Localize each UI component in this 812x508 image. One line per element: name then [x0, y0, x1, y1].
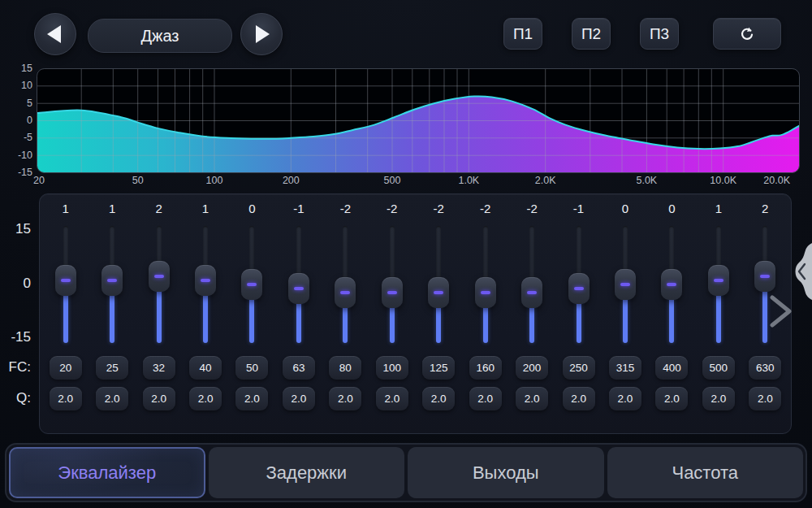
- band-slider-thumb[interactable]: [568, 273, 590, 304]
- band-slider[interactable]: [475, 224, 496, 345]
- band-slider[interactable]: [428, 224, 449, 345]
- preset-next-button[interactable]: [240, 13, 283, 55]
- band-q-button[interactable]: 2.0: [235, 387, 268, 410]
- band-slider[interactable]: [55, 224, 76, 345]
- band-slider-thumb[interactable]: [335, 277, 356, 308]
- reset-button[interactable]: [713, 18, 781, 50]
- band-fc-button[interactable]: 315: [609, 356, 641, 380]
- eq-band: 0 315 2.0: [602, 201, 648, 433]
- preset-slot-1-button[interactable]: П1: [503, 18, 542, 50]
- left-triangle-icon: [47, 25, 61, 43]
- preset-slot-3-button[interactable]: П3: [640, 18, 679, 50]
- band-slider-thumb[interactable]: [754, 261, 775, 292]
- band-slider[interactable]: [615, 224, 636, 345]
- band-gain-value: 0: [668, 201, 675, 217]
- band-q-button[interactable]: 2.0: [702, 387, 735, 410]
- tab-частота[interactable]: Частота: [607, 447, 804, 498]
- band-fc-button[interactable]: 200: [516, 356, 548, 380]
- band-q-button[interactable]: 2.0: [655, 387, 688, 410]
- band-fc-button[interactable]: 400: [655, 356, 688, 380]
- eq-band: 2 32 2.0: [136, 201, 182, 433]
- band-gain-value: 2: [155, 201, 162, 217]
- bottom-tab-bar: ЭквалайзерЗадержкиВыходыЧастота: [5, 443, 807, 502]
- band-slider-thumb[interactable]: [428, 277, 449, 308]
- band-gain-value: -1: [293, 201, 304, 217]
- band-slider[interactable]: [661, 224, 682, 345]
- tab-выходы[interactable]: Выходы: [408, 447, 604, 498]
- band-gain-value: -2: [340, 201, 351, 217]
- band-slider-thumb[interactable]: [708, 265, 729, 296]
- band-q-button[interactable]: 2.0: [469, 387, 502, 410]
- band-q-button[interactable]: 2.0: [422, 387, 455, 410]
- band-slider-thumb[interactable]: [382, 277, 403, 308]
- band-slider-thumb[interactable]: [102, 265, 123, 296]
- band-gain-value: 0: [248, 201, 255, 217]
- band-slider[interactable]: [521, 224, 542, 345]
- band-slider-thumb[interactable]: [288, 273, 309, 304]
- eq-band: 1 20 2.0: [42, 201, 89, 433]
- band-fc-button[interactable]: 25: [96, 356, 128, 380]
- side-drawer-handle[interactable]: [794, 243, 812, 300]
- band-slider-thumb[interactable]: [195, 265, 216, 296]
- preset-prev-button[interactable]: [34, 13, 76, 55]
- slider-scale-min: -15: [0, 329, 31, 345]
- band-slider[interactable]: [382, 224, 403, 345]
- band-q-button[interactable]: 2.0: [143, 387, 175, 410]
- thumb-dash-icon: [154, 275, 164, 278]
- band-fc-button[interactable]: 20: [50, 356, 82, 380]
- x-tick-label: 1.0K: [458, 175, 479, 187]
- band-slider-thumb[interactable]: [615, 269, 636, 300]
- band-fc-button[interactable]: 500: [702, 356, 735, 380]
- band-slider-thumb[interactable]: [475, 277, 496, 308]
- band-fc-button[interactable]: 63: [283, 356, 315, 380]
- band-q-button[interactable]: 2.0: [516, 387, 548, 410]
- band-fc-button[interactable]: 100: [376, 356, 408, 380]
- slider-scale-zero: 0: [0, 276, 31, 292]
- band-q-button[interactable]: 2.0: [749, 387, 781, 410]
- band-slider[interactable]: [568, 224, 590, 345]
- fc-row-label: FC:: [0, 359, 31, 376]
- band-slider[interactable]: [708, 224, 729, 345]
- band-fc-button[interactable]: 50: [235, 356, 268, 380]
- band-slider-thumb[interactable]: [661, 269, 682, 300]
- band-slider[interactable]: [335, 224, 356, 345]
- band-slider-thumb[interactable]: [241, 269, 262, 300]
- equalizer-app: Джаз П1 П2 П3 15 0 -15 FC: Q: 1 20 2.01: [0, 0, 812, 508]
- tab-задержки[interactable]: Задержки: [209, 447, 405, 498]
- band-fc-button[interactable]: 125: [422, 356, 455, 380]
- band-q-button[interactable]: 2.0: [329, 387, 361, 410]
- band-gain-value: -2: [434, 201, 444, 217]
- band-q-button[interactable]: 2.0: [376, 387, 408, 410]
- eq-band: 0 400 2.0: [649, 201, 695, 433]
- band-fc-button[interactable]: 40: [189, 356, 222, 380]
- refresh-icon: [738, 25, 756, 43]
- more-bands-button[interactable]: [765, 293, 796, 330]
- band-fc-button[interactable]: 160: [469, 356, 502, 380]
- band-fc-button[interactable]: 32: [143, 356, 175, 380]
- band-q-button[interactable]: 2.0: [609, 387, 641, 410]
- preset-name[interactable]: Джаз: [88, 19, 232, 53]
- eq-band: 0 50 2.0: [229, 201, 275, 433]
- band-fc-button[interactable]: 80: [329, 356, 361, 380]
- band-slider-thumb[interactable]: [55, 265, 76, 296]
- preset-slot-2-button[interactable]: П2: [572, 18, 611, 50]
- eq-band: -2 200 2.0: [508, 201, 555, 433]
- band-slider[interactable]: [288, 224, 309, 345]
- band-slider[interactable]: [102, 224, 123, 345]
- band-q-button[interactable]: 2.0: [96, 387, 128, 410]
- band-q-button[interactable]: 2.0: [283, 387, 315, 410]
- q-row-label: Q:: [0, 390, 31, 406]
- tab-active-эквалайзер[interactable]: Эквалайзер: [9, 447, 205, 498]
- band-q-button[interactable]: 2.0: [50, 387, 82, 410]
- y-tick-label: -15: [0, 167, 32, 178]
- band-slider[interactable]: [149, 224, 170, 345]
- band-fc-button[interactable]: 630: [749, 356, 781, 380]
- y-tick-label: -10: [0, 150, 32, 161]
- band-slider[interactable]: [241, 224, 262, 345]
- band-fc-button[interactable]: 250: [563, 356, 595, 380]
- band-q-button[interactable]: 2.0: [189, 387, 222, 410]
- band-slider-thumb[interactable]: [149, 261, 170, 292]
- band-q-button[interactable]: 2.0: [563, 387, 595, 410]
- band-slider[interactable]: [195, 224, 216, 345]
- band-slider-thumb[interactable]: [521, 277, 542, 308]
